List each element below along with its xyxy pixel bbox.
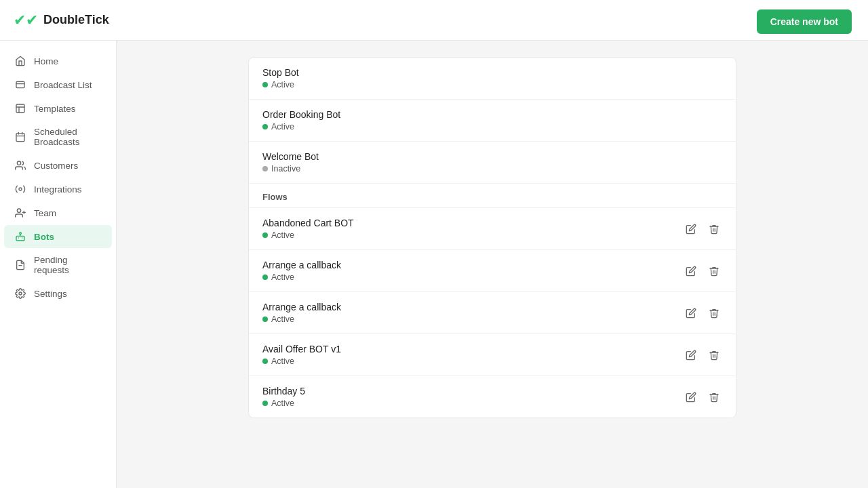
bot-name: Stop Bot <box>262 67 299 78</box>
status-label: Active <box>271 80 294 89</box>
status-dot-active <box>262 124 268 129</box>
bot-actions <box>683 263 722 279</box>
bot-status: Active <box>262 314 341 324</box>
sidebar-item-broadcast-list-label: Broadcast List <box>34 80 92 90</box>
status-dot-active <box>262 82 268 87</box>
edit-button[interactable] <box>683 263 699 279</box>
list-item: Stop Bot Active <box>249 58 736 100</box>
bot-info: Order Booking Bot Active <box>262 109 340 131</box>
bot-name: Order Booking Bot <box>262 109 340 120</box>
team-icon <box>15 207 27 218</box>
sidebar-item-templates[interactable]: Templates <box>4 97 112 120</box>
flows-label: Flows <box>262 192 288 202</box>
delete-button[interactable] <box>706 389 722 405</box>
svg-point-20 <box>19 292 22 295</box>
sidebar-item-home-label: Home <box>34 56 58 66</box>
home-icon <box>15 56 27 66</box>
bot-info: Avail Offer BOT v1 Active <box>262 344 341 366</box>
bot-info: Abandoned Cart BOT Active <box>262 218 354 240</box>
edit-button[interactable] <box>683 347 699 363</box>
bot-info: Welcome Bot Inactive <box>262 151 319 174</box>
sidebar-item-bots[interactable]: Bots <box>4 225 112 248</box>
bot-info: Birthday 5 Active <box>262 386 305 408</box>
sidebar-item-integrations-label: Integrations <box>34 184 82 195</box>
list-item: Welcome Bot Inactive <box>249 142 736 184</box>
status-label: Active <box>271 122 294 131</box>
create-bot-button[interactable]: Create new bot <box>757 9 852 34</box>
sidebar-item-broadcast-list[interactable]: Broadcast List <box>4 73 112 96</box>
status-dot-inactive <box>262 166 268 171</box>
delete-button[interactable] <box>706 221 722 237</box>
svg-rect-0 <box>16 81 24 87</box>
sidebar-item-templates-label: Templates <box>34 104 76 114</box>
sidebar-item-team-label: Team <box>34 208 56 218</box>
svg-rect-5 <box>16 134 24 142</box>
sidebar-item-customers-label: Customers <box>34 161 78 171</box>
bot-name: Arrange a callback <box>262 302 341 312</box>
sidebar: Home Broadcast List Templates <box>0 41 117 488</box>
sidebar-item-bots-label: Bots <box>34 232 54 242</box>
list-item: Abandoned Cart BOT Active <box>249 208 736 250</box>
bots-container: Stop Bot Active Order Booking Bot Active <box>248 57 736 418</box>
bot-info: Arrange a callback Active <box>262 260 341 282</box>
list-item: Birthday 5 Active <box>249 376 736 418</box>
sidebar-item-home[interactable]: Home <box>4 49 112 73</box>
svg-point-10 <box>19 188 22 190</box>
sidebar-item-pending-requests-label: Pending requests <box>34 255 101 275</box>
bot-name: Avail Offer BOT v1 <box>262 344 341 354</box>
layout: Home Broadcast List Templates <box>0 41 868 488</box>
delete-button[interactable] <box>706 305 722 321</box>
sidebar-item-pending-requests[interactable]: Pending requests <box>4 249 112 281</box>
bot-name: Birthday 5 <box>262 386 305 396</box>
bot-actions <box>683 221 722 237</box>
svg-rect-2 <box>16 104 24 113</box>
delete-button[interactable] <box>706 263 722 279</box>
svg-rect-14 <box>16 236 24 241</box>
bot-status: Active <box>262 80 299 89</box>
bot-status: Active <box>262 122 340 131</box>
scheduled-icon <box>15 131 27 142</box>
edit-button[interactable] <box>683 221 699 237</box>
status-label: Active <box>271 272 294 282</box>
bot-actions <box>683 389 722 405</box>
sidebar-item-integrations[interactable]: Integrations <box>4 178 112 201</box>
flows-section-header: Flows <box>249 184 736 208</box>
status-label: Active <box>271 399 294 408</box>
sidebar-item-scheduled-broadcasts[interactable]: Scheduled Broadcasts <box>4 121 112 153</box>
pending-icon <box>15 260 27 270</box>
bot-actions <box>683 305 722 321</box>
list-item: Arrange a callback Active <box>249 292 736 334</box>
status-label: Active <box>271 314 294 324</box>
delete-button[interactable] <box>706 347 722 363</box>
customers-icon <box>15 160 27 171</box>
status-dot-active <box>262 274 268 280</box>
sidebar-item-settings-label: Settings <box>34 289 67 299</box>
status-dot-active <box>262 359 268 364</box>
broadcast-icon <box>15 79 27 90</box>
bots-icon <box>15 231 27 242</box>
sidebar-item-team[interactable]: Team <box>4 201 112 224</box>
logo-area: ✔✔ DoubleTick <box>14 12 109 29</box>
bot-actions <box>683 347 722 363</box>
logo-text: DoubleTick <box>43 13 109 27</box>
svg-point-11 <box>17 209 20 212</box>
integrations-icon <box>15 184 27 195</box>
edit-button[interactable] <box>683 389 699 405</box>
status-label: Active <box>271 357 294 366</box>
sidebar-item-scheduled-broadcasts-label: Scheduled Broadcasts <box>34 127 101 147</box>
sidebar-item-customers[interactable]: Customers <box>4 154 112 177</box>
status-dot-active <box>262 317 268 322</box>
status-label: Inactive <box>271 164 300 174</box>
list-item: Avail Offer BOT v1 Active <box>249 334 736 376</box>
status-dot-active <box>262 401 268 406</box>
svg-point-9 <box>17 161 20 165</box>
sidebar-item-settings[interactable]: Settings <box>4 282 112 305</box>
edit-button[interactable] <box>683 305 699 321</box>
bot-info: Stop Bot Active <box>262 67 299 89</box>
bot-status: Active <box>262 272 341 282</box>
bot-name: Arrange a callback <box>262 260 341 270</box>
bot-name: Welcome Bot <box>262 151 319 162</box>
status-dot-active <box>262 232 268 238</box>
logo-icon: ✔✔ <box>14 12 38 29</box>
list-item: Arrange a callback Active <box>249 250 736 292</box>
